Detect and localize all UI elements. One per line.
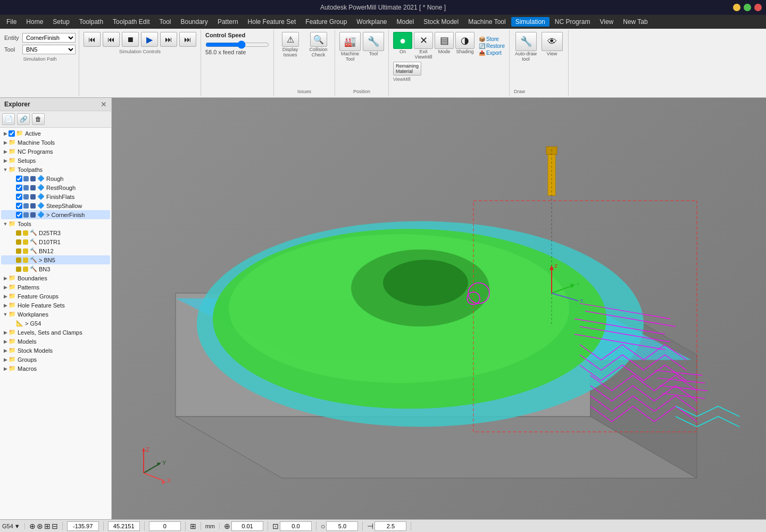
tool-dia-input[interactable]: [326, 521, 358, 531]
close-button[interactable]: [754, 4, 762, 11]
speed-slider[interactable]: [205, 40, 269, 49]
menu-item-toolpath[interactable]: Toolpath: [75, 17, 107, 27]
tree-item-bn5-active[interactable]: 🔨> BN5: [1, 255, 110, 264]
menu-item-pattern[interactable]: Pattern: [213, 17, 243, 27]
tree-item-setups[interactable]: ▶📁Setups: [1, 156, 110, 165]
tree-checkbox-active[interactable]: [9, 130, 15, 137]
increment-button[interactable]: ⏮: [84, 32, 101, 47]
grid-toggle[interactable]: ⊞: [190, 522, 201, 530]
view-draw-label: View: [547, 51, 557, 56]
menu-item-nc-program[interactable]: NC Program: [551, 17, 595, 27]
tree-item-stock-models[interactable]: ▶📁Stock Models: [1, 346, 110, 355]
tree-item-d10tr1[interactable]: 🔨D10TR1: [1, 237, 110, 246]
workplane-dropdown-icon[interactable]: ▼: [14, 523, 20, 529]
tree-item-models[interactable]: ▶📁Models: [1, 337, 110, 346]
tree-item-finishflats[interactable]: 🔷FinishFlats: [1, 192, 110, 201]
coord-z-input[interactable]: [149, 521, 181, 531]
maximize-button[interactable]: [744, 4, 751, 11]
tree-item-patterns[interactable]: ▶📁Patterns: [1, 282, 110, 292]
menu-item-model[interactable]: Model: [392, 17, 418, 27]
menu-item-tool[interactable]: Tool: [155, 17, 175, 27]
scene-svg: Z Y X Z Y X: [112, 98, 766, 519]
exit-viewmill-button[interactable]: ✕ ExitViewMill: [414, 32, 433, 60]
tree-item-levels-sets-clamps[interactable]: ▶📁Levels, Sets and Clamps: [1, 328, 110, 337]
machine-tool-button[interactable]: 🏭 MachineTool: [339, 32, 361, 62]
viewmill-on-button[interactable]: ● On: [393, 32, 412, 60]
tree-item-restrough[interactable]: 🔷RestRough: [1, 183, 110, 192]
tree-item-feature-groups[interactable]: ▶📁Feature Groups: [1, 292, 110, 301]
tool-select[interactable]: BN5: [22, 45, 76, 54]
tree-item-groups[interactable]: ▶📁Groups: [1, 355, 110, 364]
new-item-button[interactable]: 📄: [2, 113, 15, 125]
tree-item-active[interactable]: ▶📁Active: [1, 129, 110, 138]
tree-item-bn12[interactable]: 🔨BN12: [1, 246, 110, 255]
stop-back-button[interactable]: ⏹: [122, 32, 139, 47]
tree-item-nc-programs[interactable]: ▶📁NC Programs: [1, 147, 110, 156]
tool-pos-button[interactable]: 🔧 Tool: [363, 32, 384, 62]
tree-item-toolpaths[interactable]: ▼📁Toolpaths: [1, 165, 110, 174]
menu-item-feature-group[interactable]: Feature Group: [301, 17, 351, 27]
delete-button[interactable]: 🗑: [32, 113, 45, 125]
tree-label-d25tr3: D25TR3: [39, 230, 61, 236]
minimize-button[interactable]: [733, 4, 740, 11]
menu-item-stock-model[interactable]: Stock Model: [419, 17, 463, 27]
snap2-icon[interactable]: ⊛: [37, 522, 43, 530]
tree-item-machine-tools[interactable]: ▶📁Machine Tools: [1, 138, 110, 147]
menu-item-hole-feature-set[interactable]: Hole Feature Set: [244, 17, 301, 27]
go-to-beginning-button[interactable]: ⏮: [103, 32, 120, 47]
tree-checkbox-rough[interactable]: [16, 176, 22, 182]
link-button[interactable]: 🔗: [17, 113, 30, 125]
tree-checkbox-restrough[interactable]: [16, 185, 22, 191]
menu-item-simulation[interactable]: Simulation: [511, 17, 549, 27]
tree-item-workplanes[interactable]: ▼📁Workplanes: [1, 310, 110, 319]
menu-item-file[interactable]: File: [2, 17, 21, 27]
store-button[interactable]: 📦 Store: [479, 36, 505, 42]
menu-item-boundary[interactable]: Boundary: [177, 17, 212, 27]
tolerance-input[interactable]: [231, 521, 263, 531]
snap3-icon[interactable]: ⊞: [44, 522, 51, 530]
tree-item-tools[interactable]: ▼📁Tools: [1, 219, 110, 228]
tree-item-boundaries[interactable]: ▶📁Boundaries: [1, 273, 110, 282]
menu-item-toolpath-edit[interactable]: Toolpath Edit: [109, 17, 154, 27]
remaining-material-button[interactable]: RemainingMaterial: [393, 62, 421, 76]
menu-item-machine-tool[interactable]: Machine Tool: [464, 17, 510, 27]
tree-checkbox-cornerfinish[interactable]: [16, 212, 22, 218]
viewport[interactable]: Z Y X Z Y X: [112, 98, 766, 519]
run-to-end-button[interactable]: ⏭: [179, 32, 196, 47]
export-button[interactable]: 📤 Export: [479, 50, 505, 56]
tree-item-steepshallow[interactable]: 🔷SteepShallow: [1, 201, 110, 210]
tree-item-d25tr3[interactable]: 🔨D25TR3: [1, 228, 110, 237]
snap4-icon[interactable]: ⊟: [52, 522, 58, 530]
stepover-input[interactable]: [374, 521, 406, 531]
tree-item-rough[interactable]: 🔷Rough: [1, 174, 110, 183]
play-button[interactable]: ▶: [141, 32, 158, 47]
step-forward-button[interactable]: ⏭: [160, 32, 177, 47]
tree-checkbox-steepshallow[interactable]: [16, 203, 22, 209]
tree-item-cornerfinish[interactable]: 🔷> CornerFinish: [1, 210, 110, 219]
auto-draw-tool-button[interactable]: 🔧 Auto-drawtool: [514, 32, 538, 62]
coord-y-input[interactable]: [108, 521, 140, 531]
shading-button[interactable]: ◑ Shading: [455, 32, 474, 60]
menu-item-workplane[interactable]: Workplane: [352, 17, 391, 27]
tree-item-hole-feature-sets[interactable]: ▶📁Hole Feature Sets: [1, 301, 110, 310]
tree-item-bn3[interactable]: 🔨BN3: [1, 264, 110, 273]
thickness-input[interactable]: [280, 521, 312, 531]
collision-check-button[interactable]: 🔍 CollisionCheck: [306, 32, 330, 57]
menu-item-home[interactable]: Home: [22, 17, 47, 27]
menu-item-view[interactable]: View: [595, 17, 618, 27]
explorer-close-button[interactable]: ✕: [101, 100, 107, 109]
svg-text:X: X: [167, 478, 171, 484]
tree-item-g54[interactable]: 📐> G54: [1, 319, 110, 328]
tree-item-macros[interactable]: ▶📁Macros: [1, 364, 110, 373]
coord-x-input[interactable]: [67, 521, 99, 531]
color-dot-steepshallow: [23, 203, 29, 209]
display-issues-button[interactable]: ⚠ DisplayIssues: [278, 32, 302, 57]
menu-item-new-tab[interactable]: New Tab: [619, 17, 652, 27]
tree-checkbox-finishflats[interactable]: [16, 194, 22, 200]
entity-select[interactable]: CornerFinish: [22, 33, 76, 43]
snap-icon[interactable]: ⊕: [29, 522, 36, 530]
mode-button[interactable]: ▤ Mode: [435, 32, 454, 60]
restore-button[interactable]: 🔄 Restore: [479, 43, 505, 49]
menu-item-setup[interactable]: Setup: [48, 17, 73, 27]
view-draw-button[interactable]: 👁 View: [540, 32, 564, 62]
